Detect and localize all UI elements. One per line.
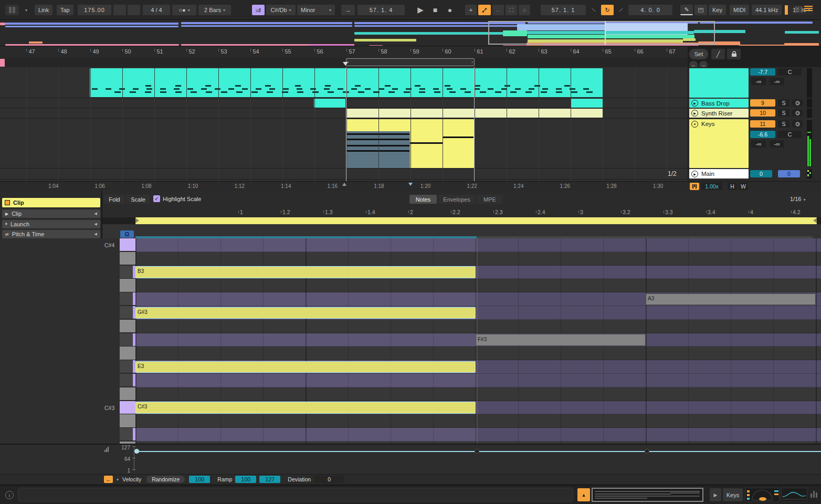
clip-beat-ruler[interactable]: 11.21.31.422.22.32.433.23.33.444.24.34.4: [102, 207, 821, 217]
loop-bar-end-handle[interactable]: [813, 218, 817, 223]
piano-key-D3[interactable]: [120, 387, 135, 401]
piano-key-G#3[interactable]: [120, 306, 135, 319]
midi-note-F#3[interactable]: F#3: [476, 334, 646, 346]
piano-key-C4[interactable]: [120, 252, 135, 265]
link-button[interactable]: Link: [35, 5, 52, 15]
key-map-button[interactable]: Key: [709, 5, 726, 15]
randomize-button[interactable]: Randomize: [146, 476, 185, 483]
track-unfold-icon[interactable]: ▼: [691, 121, 698, 128]
piano-key-A3[interactable]: [120, 292, 135, 306]
velocity-lane[interactable]: 127 64 1: [0, 444, 821, 474]
track-play-icon[interactable]: ▶: [691, 110, 698, 117]
deviation-field[interactable]: 0: [314, 476, 344, 483]
track-send-a-field[interactable]: -∞: [751, 140, 766, 148]
highlight-scale-checkbox[interactable]: ✓: [153, 195, 160, 202]
velocity-marker[interactable]: [134, 449, 139, 454]
arrangement-loop-brace[interactable]: ›‹: [346, 58, 475, 66]
track-name-synth-riser[interactable]: ▶Synth Riser: [689, 109, 749, 118]
track-slot-number[interactable]: 9: [750, 99, 775, 107]
piano-key-B2[interactable]: [120, 428, 135, 441]
piano-key-A#3[interactable]: [120, 279, 135, 292]
device-thumbnail[interactable]: [781, 488, 807, 502]
selected-track-button[interactable]: Keys: [723, 488, 743, 501]
tab-envelopes[interactable]: Envelopes: [438, 195, 475, 204]
loop-length-field[interactable]: 4. 0. 0: [628, 5, 672, 15]
insert-marker[interactable]: [343, 62, 348, 66]
preview-play-button[interactable]: ▶: [710, 488, 721, 501]
piano-key-C#4[interactable]: [120, 238, 135, 251]
metronome-icon[interactable]: [113, 5, 126, 15]
track-pan-field[interactable]: C: [778, 131, 802, 138]
stop-button[interactable]: ■: [428, 5, 442, 15]
track-pan-field[interactable]: C: [778, 68, 802, 76]
track-volume-field[interactable]: -6.6: [750, 131, 775, 138]
speaker-icon[interactable]: [792, 109, 803, 117]
solo-button[interactable]: S: [778, 120, 790, 128]
piano-key-C3[interactable]: [120, 414, 135, 427]
draw-mode-icon[interactable]: ✎: [680, 5, 693, 15]
record-button[interactable]: ●: [443, 5, 457, 15]
midi-note-C#3[interactable]: C#3: [135, 402, 476, 414]
arrangement-position-field[interactable]: 57. 1. 4: [357, 5, 405, 15]
midi-note-A3[interactable]: A3: [646, 293, 816, 306]
track-play-icon[interactable]: ▶: [691, 100, 698, 107]
tab-notes[interactable]: Notes: [409, 195, 437, 204]
main-volume-field[interactable]: 0: [750, 170, 772, 177]
punch-out-icon[interactable]: [615, 5, 627, 15]
follow-button[interactable]: →: [341, 5, 355, 15]
piano-key-F#3[interactable]: [120, 333, 135, 346]
midi-note-E3[interactable]: E3: [135, 361, 476, 373]
clip-loop-bar[interactable]: [135, 217, 817, 224]
track-send-b-field[interactable]: -∞: [770, 78, 784, 85]
device-thumbnail[interactable]: [745, 488, 780, 502]
scale-root-menu[interactable]: C#/Db▾: [266, 5, 296, 15]
capture-midi-icon[interactable]: ⛶: [506, 5, 517, 15]
track-name-keys[interactable]: ▼Keys: [689, 119, 749, 168]
tab-mpe[interactable]: MPE: [477, 195, 503, 204]
section-launch[interactable]: ⏵Launch◀: [2, 220, 100, 228]
solo-button[interactable]: S: [778, 109, 790, 117]
speaker-icon[interactable]: [792, 120, 803, 128]
track-name-main[interactable]: ▶Main: [689, 169, 749, 178]
double-speed-button[interactable]: W: [739, 183, 748, 190]
time-signature-field[interactable]: 4 / 4: [143, 5, 170, 15]
ramp-from-field[interactable]: 100: [235, 476, 256, 483]
play-button[interactable]: ▶: [414, 5, 427, 15]
lane-caret-icon[interactable]: ▾: [113, 476, 120, 483]
preview-note-icon[interactable]: Ω: [120, 230, 134, 238]
punch-in-icon[interactable]: [588, 5, 599, 15]
draw-automation-icon[interactable]: ╱: [711, 49, 725, 59]
arrangement-bar-ruler[interactable]: ›‹ 4748495051525354555657585960616263646…: [0, 46, 688, 67]
piano-roll[interactable]: C#4C#3B3G#3E3C#3F#3A3: [0, 238, 821, 444]
arrangement-clip-bass-drop[interactable]: [571, 99, 603, 108]
arrangement-time-ruler[interactable]: 1:041:061:081:101:121:141:161:181:201:22…: [0, 181, 688, 191]
automation-mode-icon[interactable]: [478, 5, 491, 15]
new-midi-clip-icon[interactable]: +: [465, 5, 477, 15]
track-send-b-field[interactable]: -∞: [770, 140, 784, 148]
loop-button[interactable]: ↻: [601, 5, 614, 15]
midi-note-B3[interactable]: B3: [135, 266, 476, 278]
track-name-cyan[interactable]: [689, 68, 749, 98]
clip-tab[interactable]: Clip: [2, 198, 100, 207]
arrangement-overview[interactable]: [0, 20, 821, 46]
arrangement-clip-bass-drop[interactable]: [314, 99, 345, 108]
loop-start-field[interactable]: 57. 1. 1: [541, 5, 586, 15]
midi-note-G#3[interactable]: G#3: [135, 307, 476, 319]
hamburger-menu-icon[interactable]: [804, 5, 813, 12]
scale-name-menu[interactable]: Minor▾: [297, 5, 335, 15]
track-slot-number[interactable]: 11: [750, 120, 775, 128]
track-send-a-field[interactable]: -∞: [751, 78, 766, 85]
scale-button[interactable]: Scale: [127, 195, 150, 204]
solo-button[interactable]: S: [778, 99, 790, 107]
warp-icon[interactable]: [690, 183, 699, 190]
window-layout-icon[interactable]: [5, 5, 19, 15]
track-name-bass-drop[interactable]: ▶Bass Drop: [689, 99, 749, 108]
track-volume-field[interactable]: -7.7: [750, 68, 775, 76]
section-pitch-time[interactable]: ⇄Pitch & Time◀: [2, 230, 100, 238]
lane-add-button[interactable]: ←: [104, 476, 113, 483]
velocity-marker[interactable]: [645, 449, 649, 454]
tempo-field[interactable]: 175.00: [78, 5, 111, 15]
track-slot-number[interactable]: 10: [750, 109, 775, 117]
piano-key-D#3[interactable]: [120, 374, 135, 387]
device-chain-meter-icon[interactable]: [811, 491, 817, 498]
